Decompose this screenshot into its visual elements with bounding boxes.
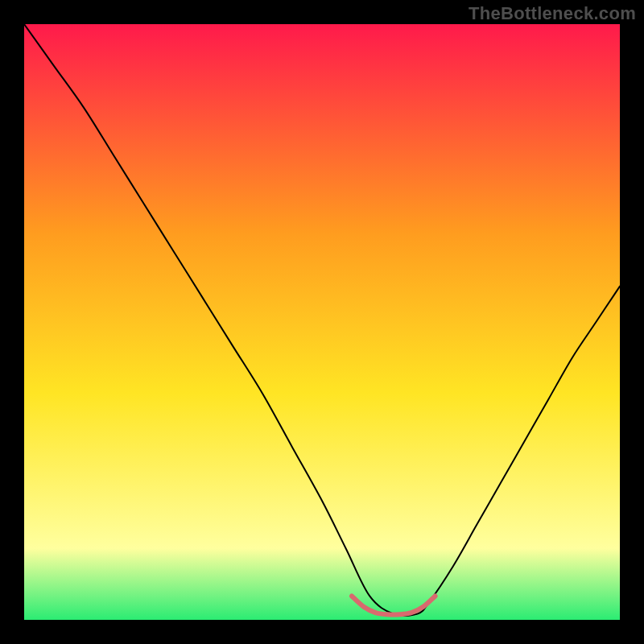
watermark-text: TheBottleneck.com — [469, 3, 636, 24]
bottleneck-chart — [24, 24, 620, 620]
chart-frame: TheBottleneck.com — [0, 0, 644, 644]
gradient-background — [24, 24, 620, 620]
plot-area — [24, 24, 620, 620]
